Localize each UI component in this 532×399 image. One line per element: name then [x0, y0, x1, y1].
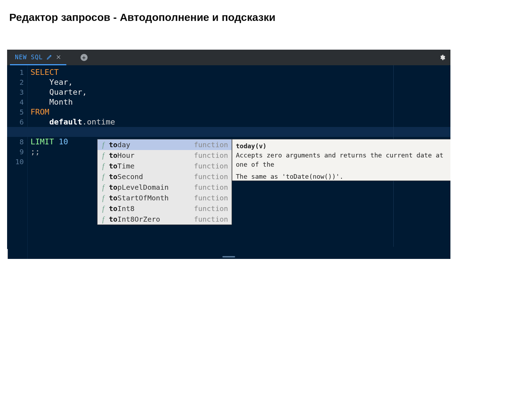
line-number: 5: [7, 107, 27, 117]
autocomplete-item-kind: function: [194, 162, 228, 170]
autocomplete-item-kind: function: [194, 140, 228, 149]
edit-icon[interactable]: [46, 54, 52, 60]
active-line-highlight: [7, 127, 450, 137]
function-icon: f: [100, 205, 106, 213]
line-number: 3: [7, 87, 27, 97]
line-number: 9: [7, 147, 27, 157]
doc-line: The same as 'toDate(now())'.: [236, 172, 450, 181]
autocomplete-item[interactable]: f toStartOfMonth function: [98, 193, 232, 203]
autocomplete-item[interactable]: f toTime function: [98, 161, 232, 171]
line-number: 2: [7, 77, 27, 87]
autocomplete-item-kind: function: [194, 204, 228, 213]
doc-line: Accepts zero arguments and returns the c…: [236, 151, 450, 169]
line-number: 6: [7, 117, 27, 127]
tab-new-sql[interactable]: NEW SQL: [10, 50, 66, 65]
autocomplete-item-kind: function: [194, 194, 228, 202]
autocomplete-item[interactable]: f today function: [98, 139, 232, 150]
autocomplete-item-label: toTime: [109, 162, 194, 170]
autocomplete-item[interactable]: f toHour function: [98, 150, 232, 161]
line-number-gutter: 1 2 3 4 5 6 7 8 9 10: [7, 65, 28, 259]
sql-editor-app: NEW SQL + 1 2 3 4 5 6 7 8 9 10: [7, 50, 450, 259]
autocomplete-item-kind: function: [194, 172, 228, 181]
code-line: Month: [31, 97, 448, 107]
line-number: 10: [7, 157, 27, 167]
function-icon: f: [100, 183, 106, 192]
add-tab-button[interactable]: +: [81, 54, 88, 61]
tab-bar: NEW SQL +: [7, 50, 450, 65]
code-line: SELECT: [31, 67, 448, 77]
close-icon[interactable]: [56, 54, 61, 60]
autocomplete-item[interactable]: f toSecond function: [98, 171, 232, 182]
autocomplete-item-label: toSecond: [109, 172, 194, 181]
autocomplete-item-label: toInt8: [109, 204, 194, 213]
code-line: Quarter,: [31, 87, 448, 97]
code-line: FROM: [31, 107, 448, 117]
plus-icon: +: [82, 54, 86, 61]
autocomplete-item-label: toHour: [109, 151, 194, 160]
tab-label: NEW SQL: [15, 54, 43, 61]
function-icon: f: [100, 173, 106, 181]
autocomplete-item[interactable]: f toInt8 function: [98, 203, 232, 214]
autocomplete-doc: today(v) Accepts zero arguments and retu…: [232, 139, 450, 181]
autocomplete-popup: f today function f toHour function f toT…: [97, 139, 450, 225]
gear-icon[interactable]: [439, 54, 445, 61]
autocomplete-item-label: topLevelDomain: [109, 183, 194, 192]
code-line: Year,: [31, 77, 448, 87]
page-title: Редактор запросов - Автодополнение и под…: [0, 0, 532, 23]
autocomplete-item-kind: function: [194, 215, 228, 223]
function-icon: f: [100, 215, 106, 223]
autocomplete-list[interactable]: f today function f toHour function f toT…: [97, 139, 232, 225]
function-icon: f: [100, 141, 106, 149]
bottom-cursor: [7, 249, 8, 259]
autocomplete-item-label: toInt8OrZero: [109, 215, 194, 223]
line-number: 1: [7, 67, 27, 77]
code-line: default.ontime: [31, 117, 448, 127]
autocomplete-item-label: today: [109, 140, 194, 149]
function-icon: f: [100, 162, 106, 170]
line-number: 4: [7, 97, 27, 107]
function-icon: f: [100, 194, 106, 202]
autocomplete-item[interactable]: f topLevelDomain function: [98, 182, 232, 193]
resize-handle[interactable]: [222, 256, 235, 257]
autocomplete-item-kind: function: [194, 183, 228, 192]
autocomplete-item-kind: function: [194, 151, 228, 160]
autocomplete-item-label: toStartOfMonth: [109, 194, 194, 202]
function-icon: f: [100, 151, 106, 160]
line-number: 8: [7, 137, 27, 147]
doc-signature: today(v): [236, 142, 450, 151]
autocomplete-item[interactable]: f toInt8OrZero function: [98, 214, 232, 225]
